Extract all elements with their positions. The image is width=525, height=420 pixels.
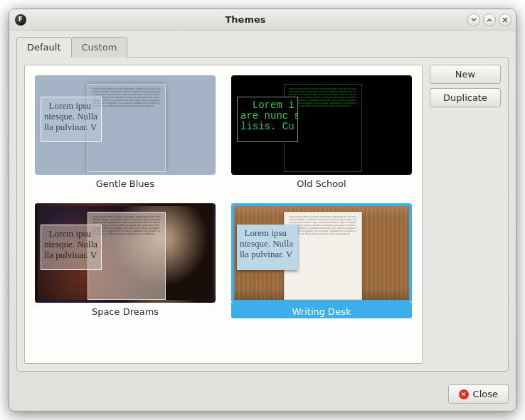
titlebar: Themes: [9, 9, 516, 31]
minimize-button[interactable]: [467, 14, 480, 26]
theme-thumbnail: Lorem ipsum dolor sit amet consectetur a…: [231, 75, 412, 175]
theme-thumbnail: Lorem ipsum dolor sit amet consectetur a…: [231, 203, 412, 303]
maximize-button[interactable]: [483, 14, 496, 26]
tabstrip: Default Custom: [16, 36, 509, 57]
window-title: Themes: [26, 14, 465, 25]
editor-preview: Lorem ipsu ntesque. Nulla lla pulvinar. …: [41, 97, 102, 142]
chevron-down-icon: [471, 17, 477, 23]
tab-custom[interactable]: Custom: [71, 37, 128, 58]
theme-label: Space Dreams: [35, 303, 216, 318]
themes-dialog: Themes Default Custom Lorem ipsum dolor …: [9, 9, 516, 411]
window-close-button[interactable]: [499, 14, 511, 26]
editor-preview: Lorem i are nunc s lisis. Cu: [237, 97, 298, 142]
theme-label: Gentle Blues: [35, 175, 216, 190]
theme-grid: Lorem ipsum dolor sit amet consectetur a…: [24, 65, 423, 364]
tab-default[interactable]: Default: [16, 37, 72, 58]
theme-item-space-dreams[interactable]: Lorem ipsum dolor sit amet consectetur a…: [35, 203, 216, 318]
side-buttons: New Duplicate: [430, 65, 501, 364]
theme-item-old-school[interactable]: Lorem ipsum dolor sit amet consectetur a…: [231, 75, 412, 190]
close-button-label: Close: [473, 389, 498, 399]
editor-preview: Lorem ipsu ntesque. Nulla lla pulvinar. …: [237, 225, 298, 270]
close-button[interactable]: ✕ Close: [448, 384, 509, 404]
app-icon: [15, 14, 26, 26]
theme-item-writing-desk[interactable]: Lorem ipsum dolor sit amet consectetur a…: [231, 203, 412, 318]
theme-thumbnail: Lorem ipsum dolor sit amet consectetur a…: [35, 203, 216, 303]
close-icon: [502, 17, 508, 23]
theme-item-gentle-blues[interactable]: Lorem ipsum dolor sit amet consectetur a…: [35, 75, 216, 190]
chevron-up-icon: [487, 17, 492, 23]
dialog-footer: ✕ Close: [9, 379, 516, 411]
duplicate-button[interactable]: Duplicate: [430, 88, 501, 107]
theme-label: Old School: [231, 175, 412, 190]
new-button[interactable]: New: [430, 65, 501, 84]
theme-thumbnail: Lorem ipsum dolor sit amet consectetur a…: [35, 75, 216, 175]
error-icon: ✕: [459, 389, 469, 399]
content-area: Default Custom Lorem ipsum dolor sit ame…: [9, 31, 516, 379]
theme-label: Writing Desk: [231, 303, 412, 318]
tab-panel: Lorem ipsum dolor sit amet consectetur a…: [16, 57, 509, 372]
editor-preview: Lorem ipsu ntesque. Nulla lla pulvinar. …: [41, 225, 102, 270]
